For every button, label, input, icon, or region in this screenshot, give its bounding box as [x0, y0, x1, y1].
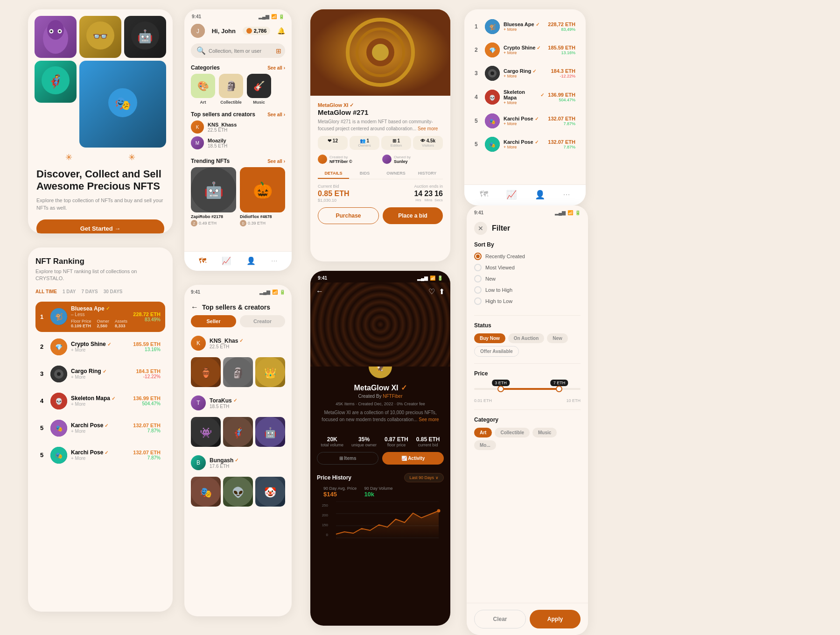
col-battery-icon: 🔋 — [437, 275, 443, 281]
sort-high-to-low[interactable]: High to Low — [474, 297, 581, 305]
tab-all-time[interactable]: ALL TIME — [35, 288, 57, 295]
chip-more[interactable]: Mo... — [474, 440, 496, 450]
ts-nft-2c: 🤖 — [255, 417, 285, 447]
radio-high-low[interactable] — [474, 297, 482, 305]
seller-eth-1: 22.5 ETH — [208, 127, 237, 133]
rr-row-2[interactable]: 2 💎 Crypto Shine ✓ + More 185.59 ETH 13.… — [471, 39, 579, 61]
tab-bids[interactable]: BIDS — [349, 169, 380, 179]
col-tab-activity[interactable]: 📈 Activity — [382, 452, 444, 465]
see-more-link[interactable]: See more — [418, 126, 438, 131]
trending-see-all[interactable]: See all › — [267, 159, 285, 164]
tab-details[interactable]: DETAILS — [318, 169, 349, 179]
creators-section: Created by NFTFiber © Owned by Sunley — [318, 155, 443, 164]
search-input[interactable] — [209, 48, 273, 54]
ranking-row-3[interactable]: 3 Cargo Ring ✓ + More 184.3 ETH -12.22% — [35, 362, 165, 386]
svg-point-5 — [59, 30, 61, 33]
col-back-button[interactable]: ← — [316, 287, 323, 296]
radio-low-high[interactable] — [474, 286, 482, 294]
sort-recently-created[interactable]: Recently Created — [474, 253, 581, 260]
sellers-header: ← Top sellers & creators — [184, 296, 292, 315]
nav-dots-icon[interactable]: ··· — [563, 190, 570, 200]
nav-explore[interactable]: 🗺 — [199, 257, 206, 265]
tab-history[interactable]: HISTORY — [412, 169, 443, 179]
chip-on-auction[interactable]: On Auction — [508, 333, 545, 343]
get-started-button[interactable]: Get Started → — [36, 219, 164, 233]
filter-card: 9:41 ▂▄▆ 📶 🔋 ✕ Filter Sort By Recently C… — [467, 205, 588, 635]
ranking-row-4[interactable]: 4 💀 Skeleton Mapa ✓ + More 136.99 ETH 50… — [35, 389, 165, 413]
ts-nft-3a: 🎭 — [191, 477, 221, 507]
price-handle-left[interactable] — [497, 386, 504, 392]
tab-creator[interactable]: Creator — [240, 315, 285, 327]
col-stats: 20Ktotal volume 35%unique owner 0.87 ETH… — [310, 432, 450, 452]
price-handle-right[interactable] — [556, 386, 562, 392]
category-title: Category — [474, 416, 581, 423]
stat-favorites: ❤ 12 — [318, 136, 348, 150]
nav-activity[interactable]: 📈 — [222, 256, 231, 265]
category-collectible[interactable]: 🗿 Collectible — [219, 74, 243, 105]
nft-thumb-3: 🤖 — [124, 16, 166, 58]
clear-button[interactable]: Clear — [474, 610, 526, 628]
ranking-row-5a[interactable]: 5 🎭 Karchi Pose ✓ + More 132.07 ETH 7.87… — [35, 416, 165, 440]
nav-user-icon[interactable]: 👤 — [535, 190, 545, 200]
seller-row-2[interactable]: M Moazily 18.5 ETH — [191, 136, 285, 149]
chip-collectible[interactable]: Collectible — [495, 428, 530, 437]
ranking-row-2[interactable]: 2 💎 Crypto Shine ✓ + More 185.59 ETH 13.… — [35, 335, 165, 359]
filter-icon[interactable]: ⊞ — [276, 47, 281, 55]
categories-see-all[interactable]: See all › — [267, 65, 285, 71]
radio-recently-created[interactable] — [474, 253, 482, 260]
svg-text:🏺: 🏺 — [200, 367, 212, 379]
browse-header: J Hi, John 2,786 🔔 — [184, 21, 292, 42]
svg-text:🎭: 🎭 — [200, 487, 212, 499]
cat-label-collectible: Collectible — [219, 100, 243, 105]
svg-text:💀: 💀 — [55, 397, 63, 405]
rr-row-5a[interactable]: 5 🎭 Karchi Pose ✓ + More 132.07 ETH 7.87… — [471, 110, 579, 132]
chip-art[interactable]: Art — [474, 428, 492, 437]
nav-map-icon[interactable]: 🗺 — [480, 190, 488, 200]
category-art[interactable]: 🎨 Art — [191, 74, 215, 105]
tab-owners[interactable]: OWNERS — [380, 169, 412, 179]
sort-most-viewed[interactable]: Most Viewed — [474, 264, 581, 271]
chip-offer-available[interactable]: Offer Available — [474, 346, 519, 357]
tab-1-day[interactable]: 1 DAY — [63, 288, 76, 295]
sellers-see-all[interactable]: See all › — [267, 112, 285, 117]
col-share-icon[interactable]: ⬆ — [439, 287, 445, 296]
tab-seller[interactable]: Seller — [191, 315, 236, 327]
filter-close-button[interactable]: ✕ — [474, 222, 487, 235]
col-see-more[interactable]: See more — [419, 417, 439, 422]
ranking-row-1[interactable]: 1 🐒 Bluesea Ape ✓ – Less Floor Price0.10… — [35, 302, 165, 332]
apply-button[interactable]: Apply — [530, 610, 581, 628]
nav-more[interactable]: ··· — [271, 257, 277, 265]
search-bar[interactable]: 🔍 ⊞ — [191, 43, 285, 58]
place-bid-button[interactable]: Place a bid — [383, 207, 443, 224]
col-tab-items[interactable]: ⊞ Items — [317, 452, 378, 465]
tab-30-days[interactable]: 30 DAYS — [104, 288, 123, 295]
trending-item-2[interactable]: 🎃 DidioFlox #4678 D 0.39 ETH — [240, 167, 285, 226]
chip-new[interactable]: New — [547, 333, 568, 343]
back-button[interactable]: ← — [191, 303, 198, 311]
chip-music[interactable]: Music — [532, 428, 557, 437]
tab-7-days[interactable]: 7 DAYS — [81, 288, 98, 295]
trending-item-1[interactable]: 🤖 ZapiRobo #2178 Z 0.49 ETH — [191, 167, 236, 226]
price-slider[interactable]: 3 ETH 7 ETH — [474, 383, 581, 395]
rr-row-5b[interactable]: 5 🎭 Karchi Pose ✓ + More 132.07 ETH 7.87… — [471, 134, 579, 155]
col-heart-icon[interactable]: ♡ — [428, 287, 435, 296]
purchase-button[interactable]: Purchase — [318, 207, 379, 224]
rr-row-3[interactable]: 3 Cargo Ring ✓ + More 184.3 ETH -12.22% — [471, 63, 579, 84]
nav-stats-icon[interactable]: 📈 — [506, 190, 517, 200]
seller-row-1[interactable]: K KNS_Khass 22.5 ETH — [191, 120, 285, 134]
ranking-row-5b[interactable]: 5 🎭 Karchi Pose ✓ + More 132.07 ETH 7.87… — [35, 443, 165, 467]
notification-bell-icon[interactable]: 🔔 — [277, 27, 285, 35]
radio-new[interactable] — [474, 275, 482, 282]
category-music[interactable]: 🎸 Music — [247, 74, 271, 105]
nft-title: MetaGlow #271 — [318, 108, 443, 116]
ph-period-selector[interactable]: Last 90 Days ∨ — [404, 473, 444, 482]
radio-most-viewed[interactable] — [474, 264, 482, 271]
nft-stats: ❤ 12 👥 1Owners ⊞ 1Edition 👁 4.5kVisitors — [318, 136, 443, 150]
sort-new[interactable]: New — [474, 275, 581, 282]
nav-profile[interactable]: 👤 — [246, 256, 256, 265]
sort-low-to-high[interactable]: Low to High — [474, 286, 581, 294]
ts-seller-name-2: ToraKus ✓ — [210, 397, 237, 404]
rr-row-1[interactable]: 1 🐒 Bluesea Ape ✓ + More 228,72 ETH 83,4… — [471, 16, 579, 37]
chip-buy-now[interactable]: Buy Now — [474, 333, 505, 343]
rr-row-4[interactable]: 4 💀 Skeleton Mapa ✓ + More 136.99 ETH 50… — [471, 86, 579, 108]
